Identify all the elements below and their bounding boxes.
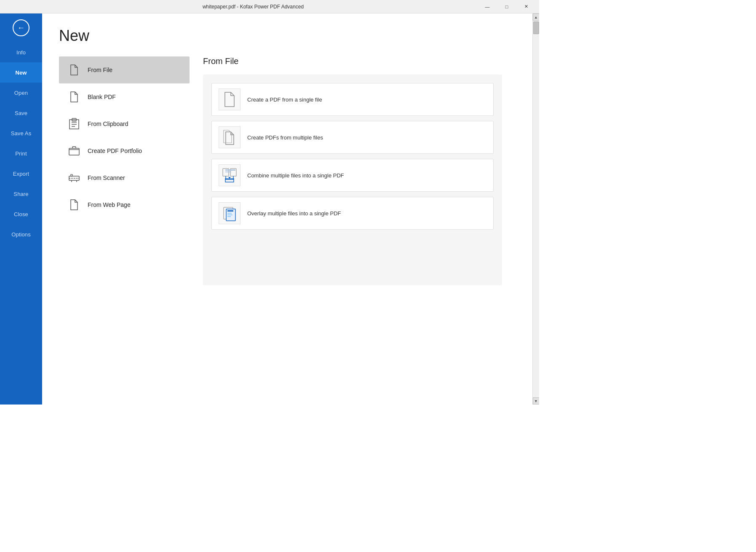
option-from-scanner-label: From Scanner xyxy=(88,174,125,181)
sidebar-item-info[interactable]: Info xyxy=(0,42,42,62)
svg-rect-21 xyxy=(227,214,232,215)
from-file-icon xyxy=(67,63,81,77)
overlay-files-icon xyxy=(219,202,240,224)
sidebar-item-share[interactable]: Share xyxy=(0,184,42,204)
action-overlay-files-label: Overlay multiple files into a single PDF xyxy=(247,210,341,217)
new-layout: From File Blank PDF xyxy=(59,56,516,387)
option-from-file-label: From File xyxy=(88,67,112,73)
sidebar: ← Info New Open Save Save As Print Expor… xyxy=(0,13,42,405)
sidebar-item-save[interactable]: Save xyxy=(0,103,42,123)
app-container: ← Info New Open Save Save As Print Expor… xyxy=(0,13,539,405)
scrollbar-up-button[interactable]: ▲ xyxy=(533,13,540,21)
title-bar: whitepaper.pdf - Kofax Power PDF Advance… xyxy=(0,0,539,13)
sidebar-item-options[interactable]: Options xyxy=(0,224,42,244)
panel-cards-area: Create a PDF from a single file xyxy=(203,75,502,285)
sidebar-item-print[interactable]: Print xyxy=(0,143,42,163)
page-title: New xyxy=(59,27,516,45)
action-multiple-files-label: Create PDFs from multiple files xyxy=(247,134,323,141)
main-content: New From File xyxy=(42,13,532,405)
blank-pdf-icon xyxy=(67,90,81,104)
option-from-clipboard[interactable]: From Clipboard xyxy=(59,110,190,137)
panel-title: From File xyxy=(203,56,502,66)
multiple-files-icon xyxy=(219,126,240,148)
sidebar-item-new[interactable]: New xyxy=(0,62,42,83)
scrollbar-down-button[interactable]: ▼ xyxy=(533,397,540,405)
svg-rect-19 xyxy=(227,210,233,212)
single-file-icon xyxy=(219,88,240,110)
title-bar-controls: — □ ✕ xyxy=(478,0,536,13)
from-scanner-icon xyxy=(67,171,81,185)
scrollbar-thumb[interactable] xyxy=(533,21,539,34)
svg-rect-13 xyxy=(225,179,234,182)
action-single-file[interactable]: Create a PDF from a single file xyxy=(211,83,494,116)
option-from-clipboard-label: From Clipboard xyxy=(88,121,128,127)
option-from-scanner[interactable]: From Scanner xyxy=(59,164,190,191)
scrollbar-track: ▲ ▼ xyxy=(532,13,539,405)
minimize-button[interactable]: — xyxy=(478,0,497,13)
option-create-pdf-portfolio[interactable]: Create PDF Portfolio xyxy=(59,137,190,164)
back-button[interactable]: ← xyxy=(0,13,42,42)
svg-rect-16 xyxy=(233,169,235,171)
option-blank-pdf-label: Blank PDF xyxy=(88,94,116,100)
option-blank-pdf[interactable]: Blank PDF xyxy=(59,83,190,110)
action-multiple-files[interactable]: Create PDFs from multiple files xyxy=(211,121,494,154)
sidebar-item-open[interactable]: Open xyxy=(0,83,42,103)
create-pdf-portfolio-icon xyxy=(67,144,81,158)
svg-rect-14 xyxy=(225,169,233,171)
svg-rect-22 xyxy=(227,216,231,217)
back-icon: ← xyxy=(13,19,29,36)
action-combine-files-label: Combine multiple files into a single PDF xyxy=(247,172,344,179)
sidebar-item-save-as[interactable]: Save As xyxy=(0,123,42,143)
from-web-page-icon xyxy=(67,198,81,212)
option-create-pdf-portfolio-label: Create PDF Portfolio xyxy=(88,147,142,154)
sidebar-item-close[interactable]: Close xyxy=(0,204,42,224)
from-clipboard-icon xyxy=(67,117,81,131)
right-panel: From File Create a PDF from a single fil… xyxy=(190,56,516,387)
combine-files-icon xyxy=(219,164,240,186)
sidebar-item-export[interactable]: Export xyxy=(0,163,42,184)
action-overlay-files[interactable]: Overlay multiple files into a single PDF xyxy=(211,197,494,230)
maximize-button[interactable]: □ xyxy=(497,0,516,13)
title-bar-text: whitepaper.pdf - Kofax Power PDF Advance… xyxy=(29,4,478,10)
content-with-scrollbar: New From File xyxy=(42,13,539,405)
svg-rect-20 xyxy=(227,213,232,214)
action-combine-files[interactable]: Combine multiple files into a single PDF xyxy=(211,159,494,192)
option-from-web-page[interactable]: From Web Page xyxy=(59,191,190,218)
action-single-file-label: Create a PDF from a single file xyxy=(247,96,322,103)
options-list: From File Blank PDF xyxy=(59,56,190,387)
option-from-web-page-label: From Web Page xyxy=(88,201,131,208)
svg-rect-15 xyxy=(225,171,231,172)
close-button[interactable]: ✕ xyxy=(516,0,536,13)
option-from-file[interactable]: From File xyxy=(59,56,190,83)
